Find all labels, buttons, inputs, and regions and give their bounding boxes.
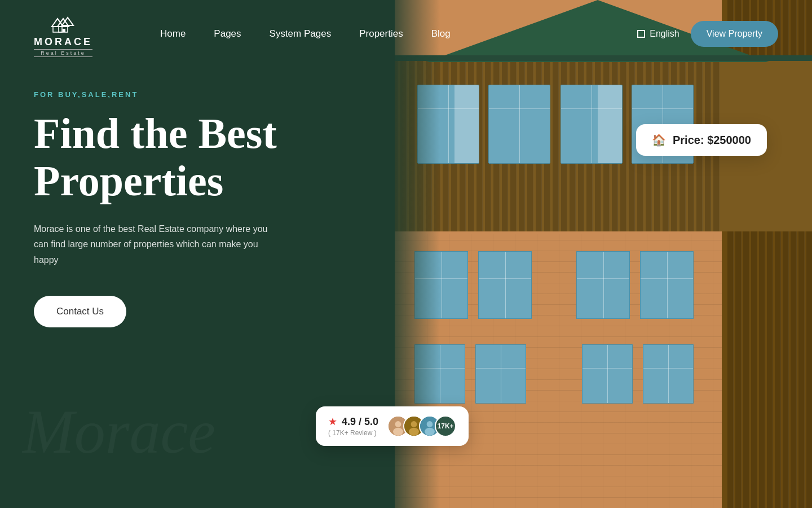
- window-curtain: [454, 85, 479, 163]
- avatar-count: 17K+: [435, 415, 456, 437]
- building-window: [561, 85, 623, 164]
- hero-title-line1: Find the Best: [34, 110, 277, 157]
- site-header: MORACE Real Estate Home Pages System Pag…: [0, 0, 812, 68]
- price-badge: 🏠 Price: $250000: [636, 124, 767, 156]
- review-rating: ★ 4.9 / 5.0: [328, 415, 378, 428]
- svg-point-11: [409, 428, 419, 436]
- building-window: [643, 344, 694, 404]
- hero-title-line2: Properties: [34, 157, 223, 204]
- view-property-button[interactable]: View Property: [691, 21, 778, 47]
- logo-name: MORACE: [34, 36, 92, 48]
- building-window: [582, 344, 633, 404]
- lang-checkbox-icon: [637, 30, 645, 38]
- hero-tagline: FOR BUY,SALE,RENT: [34, 90, 282, 99]
- svg-point-7: [395, 421, 401, 427]
- svg-point-8: [393, 428, 403, 436]
- svg-rect-5: [63, 29, 65, 32]
- logo-text: MORACE Real Estate: [34, 36, 92, 57]
- building-window: [640, 251, 694, 319]
- svg-point-13: [427, 421, 433, 427]
- svg-point-14: [425, 428, 435, 436]
- language-selector[interactable]: English: [637, 29, 679, 39]
- building-window: [576, 251, 630, 319]
- home-icon: 🏠: [652, 133, 666, 147]
- watermark-text: Morace: [23, 401, 215, 463]
- nav-blog[interactable]: Blog: [431, 28, 451, 40]
- header-right: English View Property: [637, 21, 778, 47]
- svg-point-10: [411, 421, 417, 427]
- main-nav: Home Pages System Pages Properties Blog: [160, 28, 637, 40]
- avatar-count-label: 17K+: [438, 422, 454, 430]
- nav-home[interactable]: Home: [160, 28, 186, 40]
- review-count: ( 17K+ Review ): [328, 429, 377, 437]
- logo-svg: [46, 11, 80, 36]
- logo-sub: Real Estate: [34, 49, 92, 57]
- nav-system-pages[interactable]: System Pages: [270, 28, 332, 40]
- building-window: [475, 344, 526, 404]
- review-badge: ★ 4.9 / 5.0 ( 17K+ Review ): [316, 406, 469, 446]
- star-icon: ★: [328, 415, 337, 428]
- lower-windows-row1b: [576, 251, 694, 319]
- nav-pages[interactable]: Pages: [214, 28, 241, 40]
- hero-description: Morace is one of the best Real Estate co…: [34, 221, 282, 268]
- price-value: Price: $250000: [673, 134, 751, 147]
- nav-properties[interactable]: Properties: [359, 28, 403, 40]
- slat: [553, 56, 559, 231]
- language-label: English: [650, 29, 679, 39]
- svg-rect-3: [53, 27, 62, 32]
- building-window: [478, 251, 532, 319]
- rating-number: 4.9 / 5.0: [342, 416, 378, 428]
- window-curtain: [598, 85, 622, 163]
- building-window: [488, 85, 550, 164]
- review-info: ★ 4.9 / 5.0 ( 17K+ Review ): [328, 415, 378, 437]
- lower-windows-row2b: [582, 344, 694, 404]
- reviewer-avatars: 17K+: [387, 415, 456, 437]
- contact-us-button[interactable]: Contact Us: [34, 296, 126, 327]
- logo: MORACE Real Estate: [34, 11, 92, 57]
- hero-content: FOR BUY,SALE,RENT Find the Best Properti…: [34, 90, 282, 327]
- hero-title: Find the Best Properties: [34, 110, 282, 204]
